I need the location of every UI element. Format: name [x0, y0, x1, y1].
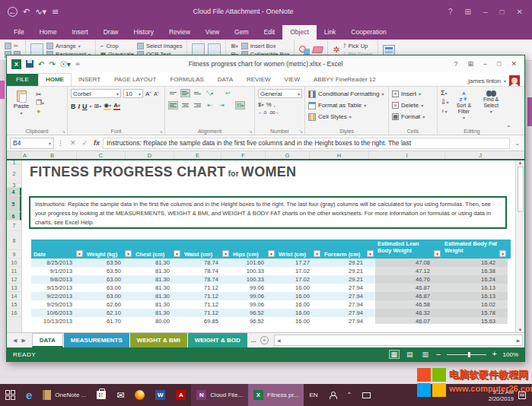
- header-hips[interactable]: Hips (cm)▾: [231, 239, 276, 259]
- header-forearm[interactable]: Forearm (cm)▾: [322, 239, 375, 259]
- cell[interactable]: 63.50: [84, 259, 133, 267]
- taskbar-fitness-excel[interactable]: X Fitness pr...: [248, 384, 304, 406]
- close-icon[interactable]: ✕: [511, 60, 517, 68]
- undo-icon[interactable]: ↶: [23, 7, 30, 17]
- cell[interactable]: 15.78: [442, 309, 508, 317]
- vertical-scrollbar[interactable]: ▲ ▼: [515, 160, 524, 332]
- page-layout-view-icon[interactable]: ▤: [405, 350, 415, 358]
- taskbar-firefox[interactable]: [129, 384, 150, 406]
- conditional-formatting-button[interactable]: Conditional Formatting▾: [308, 89, 384, 99]
- alignment-dialog-launcher[interactable]: ↘: [249, 128, 253, 134]
- cell[interactable]: 62.60: [84, 300, 133, 309]
- tab-abbyy[interactable]: ABBYY FineReader 12: [307, 74, 383, 86]
- sheet-tab-weight-body[interactable]: WEIGHT & BOD: [188, 333, 247, 347]
- cell[interactable]: 16.00: [276, 292, 322, 300]
- cell[interactable]: 46.87: [375, 284, 442, 292]
- taskbar-store[interactable]: [91, 384, 111, 406]
- increase-decimal-icon[interactable]: ←.0: [258, 110, 266, 115]
- pen-icon[interactable]: ✲: [333, 45, 339, 55]
- people-button[interactable]: [323, 384, 342, 406]
- header-chest[interactable]: Chest (cm)▾: [133, 239, 182, 259]
- page-break-view-icon[interactable]: ▥: [421, 350, 431, 358]
- taskbar-mail[interactable]: ✉: [111, 384, 129, 406]
- sheet-tab-data[interactable]: DATA: [32, 333, 63, 347]
- row-header[interactable]: 10: [7, 259, 21, 267]
- cell[interactable]: 46.87: [375, 292, 442, 300]
- cell[interactable]: 27.94: [322, 284, 375, 292]
- cell[interactable]: 78.74: [182, 259, 231, 267]
- header-waist[interactable]: Waist (cm)▾: [182, 239, 231, 259]
- insert-cells-button[interactable]: +Insert▾: [392, 89, 425, 99]
- column-header-i[interactable]: I: [369, 151, 445, 159]
- cell[interactable]: 81.30: [133, 267, 182, 275]
- cell[interactable]: 81.30: [133, 259, 182, 267]
- comma-icon[interactable]: ,: [274, 101, 276, 108]
- filter-icon[interactable]: ▾: [499, 250, 506, 257]
- cell[interactable]: 29.21: [322, 267, 375, 275]
- cell[interactable]: 17.27: [276, 259, 322, 267]
- qat-customize-icon[interactable]: ≌: [52, 7, 59, 17]
- autosum-icon[interactable]: Σ▾: [441, 89, 449, 97]
- align-bottom-icon[interactable]: [193, 89, 202, 97]
- cell[interactable]: 99.06: [231, 284, 276, 292]
- maximize-icon[interactable]: □: [497, 60, 501, 68]
- column-header-g[interactable]: G: [266, 151, 310, 159]
- orientation-icon[interactable]: ⤡▾: [205, 89, 215, 97]
- row-header[interactable]: 15: [7, 300, 21, 309]
- crop-button[interactable]: ⌐Crop: [100, 43, 134, 49]
- cell[interactable]: 99.06: [231, 300, 276, 309]
- onenote-tab-home[interactable]: Home: [32, 25, 65, 40]
- onenote-tab-edit[interactable]: Edit: [256, 25, 283, 40]
- onenote-tab-cooperation[interactable]: Cooperation: [343, 25, 393, 40]
- cell[interactable]: 16.02: [442, 300, 508, 309]
- cell[interactable]: 10/13/2013: [31, 317, 84, 324]
- cell[interactable]: 63.00: [84, 292, 133, 300]
- format-as-table-button[interactable]: Format as Table▾: [308, 100, 384, 110]
- cell[interactable]: 9/22/2013: [31, 292, 84, 300]
- sheet-tab-weight-bmi[interactable]: WEIGHT & BMI: [130, 333, 187, 347]
- cell[interactable]: 15.63: [442, 317, 508, 324]
- scroll-left-icon[interactable]: ◀: [275, 338, 282, 343]
- underline-button[interactable]: U: [82, 103, 88, 110]
- scroll-thumb[interactable]: [518, 167, 524, 212]
- cell[interactable]: 29.21: [322, 259, 375, 267]
- insert-function-icon[interactable]: fx: [91, 139, 103, 147]
- tab-review[interactable]: REVIEW: [240, 74, 278, 86]
- row-header[interactable]: 9: [7, 250, 21, 259]
- row-header[interactable]: 13: [7, 284, 21, 292]
- cell[interactable]: 9/29/2013: [31, 300, 84, 309]
- onenote-tab-view[interactable]: View: [198, 25, 227, 40]
- cell[interactable]: 61.70: [84, 317, 133, 324]
- align-middle-icon[interactable]: [180, 89, 190, 97]
- ribbon-display-icon[interactable]: ⊞: [465, 8, 471, 16]
- copy-icon[interactable]: ❐▾: [36, 100, 44, 107]
- filter-icon[interactable]: ▾: [367, 250, 374, 257]
- zoom-in-icon[interactable]: +: [492, 350, 497, 358]
- zoom-slider-thumb[interactable]: [468, 352, 470, 357]
- taskbar-edge[interactable]: e: [21, 384, 37, 406]
- row-header[interactable]: 4: [7, 188, 21, 196]
- onenote-tab-file[interactable]: File: [6, 25, 32, 40]
- cell[interactable]: 16.38: [442, 267, 508, 275]
- shapes-icon[interactable]: [299, 46, 310, 55]
- cell[interactable]: 9/15/2013: [31, 284, 84, 292]
- row-header[interactable]: 8: [7, 231, 21, 250]
- cell[interactable]: 69.85: [182, 317, 231, 324]
- column-header-a[interactable]: A: [22, 151, 28, 159]
- column-header-j[interactable]: J: [445, 151, 515, 159]
- font-color-icon[interactable]: A▾: [113, 102, 120, 110]
- eraser-icon[interactable]: [312, 46, 323, 53]
- redo-icon[interactable]: ↷: [49, 60, 55, 68]
- cell[interactable]: 9/8/2013: [31, 275, 84, 284]
- save-icon[interactable]: [26, 60, 33, 68]
- cell[interactable]: 27.94: [322, 317, 375, 324]
- tab-formulas[interactable]: FORMULAS: [163, 74, 210, 86]
- action-center-icon[interactable]: [518, 392, 526, 399]
- increase-indent-icon[interactable]: ⇥: [217, 101, 227, 109]
- fill-icon[interactable]: ⇩▾: [441, 98, 449, 106]
- cell[interactable]: 16.13: [442, 284, 508, 292]
- cut-icon[interactable]: ✂: [14, 43, 18, 49]
- row-header[interactable]: 7: [7, 220, 21, 231]
- bold-button[interactable]: B: [71, 103, 76, 110]
- tab-home[interactable]: HOME: [38, 73, 72, 86]
